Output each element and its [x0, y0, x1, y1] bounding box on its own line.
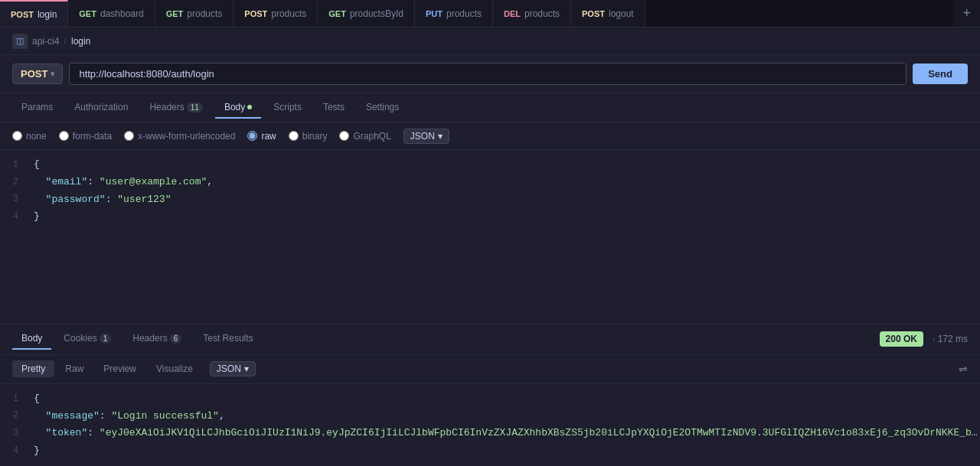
request-body-editor: 1{2 "email": "user@example.com",3 "passw…: [0, 150, 980, 324]
body-type-radio-form-data[interactable]: [59, 131, 69, 141]
tab-get-products[interactable]: GETproducts: [155, 0, 234, 27]
tab-post-login[interactable]: POSTlogin: [0, 0, 68, 27]
tab-name-label: login: [38, 9, 57, 20]
body-type-radio-binary[interactable]: [289, 131, 299, 141]
url-input[interactable]: [69, 63, 906, 85]
req-tab-body[interactable]: Body: [215, 97, 261, 119]
resp-view-raw[interactable]: Raw: [56, 360, 93, 377]
resp-view-visualize[interactable]: Visualize: [147, 360, 202, 377]
resp-view-pretty[interactable]: Pretty: [12, 360, 54, 377]
tab-name-label: logout: [609, 8, 634, 19]
code-content: "email": "user@example.com",: [31, 174, 980, 191]
breadcrumb-current: login: [71, 36, 90, 47]
resp-tab-cookies[interactable]: Cookies1: [54, 328, 120, 350]
body-type-radio-none[interactable]: [12, 131, 22, 141]
body-type-label-raw: raw: [261, 131, 276, 142]
response-time: · 172 ms: [933, 334, 968, 344]
resp-code-line: 4}: [0, 442, 980, 460]
resp-view-preview[interactable]: Preview: [94, 360, 145, 377]
resp-tab-test-results[interactable]: Test Results: [194, 328, 262, 350]
tab-name-label: products: [446, 8, 482, 19]
tab-method-label: GET: [79, 9, 96, 18]
body-type-graphql[interactable]: GraphQL: [339, 131, 390, 142]
wrap-icon[interactable]: ⇌: [959, 363, 968, 375]
resp-tab-headers[interactable]: Headers6: [123, 328, 191, 350]
body-type-label-urlencoded: x-www-form-urlencoded: [138, 131, 235, 142]
tab-del-products[interactable]: DELproducts: [493, 0, 571, 27]
code-content: {: [31, 157, 980, 173]
request-tabs: ParamsAuthorizationHeaders11BodyScriptsT…: [0, 93, 980, 122]
resp-line-number: 1: [0, 392, 31, 406]
resp-code-line: 1{: [0, 390, 980, 408]
resp-badge: 1: [100, 334, 112, 344]
resp-code-content: "token": "eyJ0eXAiOiJKV1QiLCJhbGciOiJIUz…: [31, 425, 980, 442]
badge: 11: [187, 103, 203, 112]
body-type-urlencoded[interactable]: x-www-form-urlencoded: [124, 131, 235, 142]
tab-method-label: DEL: [504, 9, 521, 18]
tab-method-label: POST: [244, 9, 267, 18]
response-format-select[interactable]: JSON▾: [210, 361, 256, 376]
response-status-area: 200 OK· 172 ms: [880, 331, 968, 347]
breadcrumb-separator: /: [64, 35, 67, 47]
tab-get-productsbyid[interactable]: GETproductsById: [318, 0, 415, 27]
body-type-none[interactable]: none: [12, 131, 47, 142]
chevron-down-icon: ▾: [244, 363, 249, 374]
body-type-radio-raw[interactable]: [247, 131, 257, 141]
chevron-down-icon: ▾: [51, 70, 54, 78]
tab-post-products[interactable]: POSTproducts: [234, 0, 318, 27]
body-type-radio-graphql[interactable]: [339, 131, 349, 141]
tab-put-products[interactable]: PUTproducts: [415, 0, 493, 27]
tab-method-label: POST: [582, 9, 605, 18]
response-code-editor: 1{2 "message": "Login successful",3 "tok…: [0, 384, 980, 466]
tab-method-label: POST: [11, 10, 34, 19]
body-type-label-graphql: GraphQL: [353, 131, 390, 142]
resp-code-line: 2 "message": "Login successful",: [0, 408, 980, 425]
resp-tab-body[interactable]: Body: [12, 328, 51, 350]
line-number: 2: [0, 175, 31, 190]
tab-name-label: products: [187, 8, 222, 19]
tab-name-label: dashboard: [100, 8, 144, 19]
req-tab-scripts[interactable]: Scripts: [264, 97, 311, 119]
body-active-dot: [247, 105, 252, 109]
req-tab-headers[interactable]: Headers11: [140, 97, 211, 119]
response-tabs-bar: BodyCookies1Headers6Test Results200 OK· …: [0, 324, 980, 355]
body-type-raw[interactable]: raw: [247, 131, 276, 142]
tab-name-label: products: [524, 8, 560, 19]
request-code-editor: 1{2 "email": "user@example.com",3 "passw…: [0, 150, 980, 324]
json-format-select[interactable]: JSON▾: [403, 129, 449, 144]
method-label: POST: [21, 68, 47, 80]
tabs-bar: POSTloginGETdashboardGETproductsPOSTprod…: [0, 0, 980, 28]
code-line: 1{: [0, 156, 980, 174]
tab-post-logout[interactable]: POSTlogout: [571, 0, 645, 27]
body-type-form-data[interactable]: form-data: [59, 131, 112, 142]
req-tab-authorization[interactable]: Authorization: [65, 97, 137, 119]
response-format-label: JSON: [217, 363, 241, 374]
tab-method-label: PUT: [426, 9, 443, 18]
collection-icon: ◫: [12, 34, 28, 49]
json-format-label: JSON: [410, 131, 435, 142]
breadcrumb: ◫ api-ci4 / login: [0, 28, 980, 55]
line-number: 1: [0, 158, 31, 172]
resp-code-content: {: [31, 391, 980, 407]
line-number: 3: [0, 192, 31, 207]
body-type-radio-urlencoded[interactable]: [124, 131, 134, 141]
chevron-down-icon: ▾: [438, 131, 443, 142]
send-button[interactable]: Send: [913, 64, 968, 84]
code-content: }: [31, 209, 980, 225]
resp-code-content: "message": "Login successful",: [31, 409, 980, 425]
code-line: 4}: [0, 208, 980, 226]
method-select[interactable]: POST ▾: [12, 64, 63, 84]
code-content: "password": "user123": [31, 192, 980, 208]
body-type-label-form-data: form-data: [73, 131, 112, 142]
tab-get-dashboard[interactable]: GETdashboard: [68, 0, 155, 27]
req-tab-settings[interactable]: Settings: [357, 97, 408, 119]
resp-badge: 6: [170, 334, 182, 344]
req-tab-tests[interactable]: Tests: [314, 97, 354, 119]
resp-line-number: 4: [0, 444, 31, 458]
body-type-label-binary: binary: [302, 131, 328, 142]
body-type-binary[interactable]: binary: [289, 131, 328, 142]
add-tab-button[interactable]: +: [953, 0, 980, 27]
tab-name-label: products: [271, 8, 306, 19]
tab-method-label: GET: [328, 9, 346, 18]
req-tab-params[interactable]: Params: [12, 97, 62, 119]
